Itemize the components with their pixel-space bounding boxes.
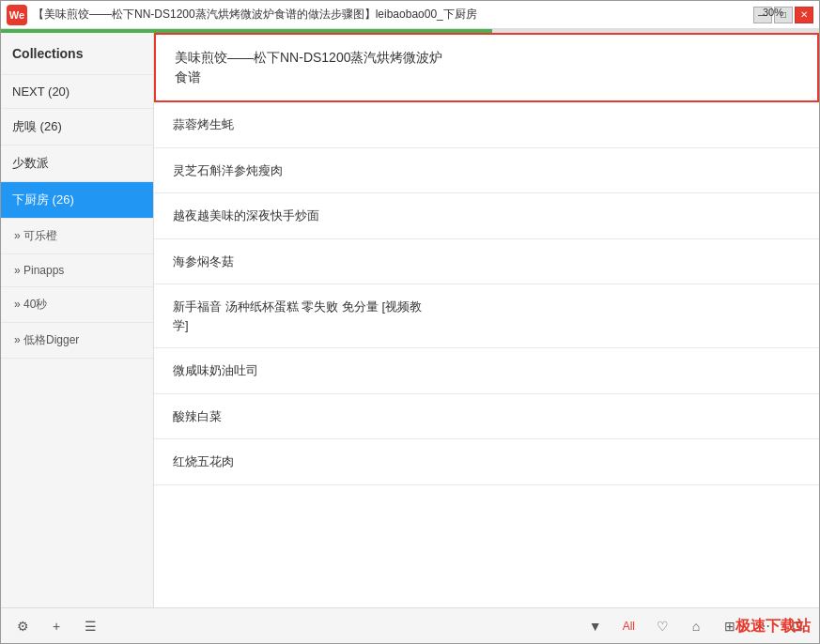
title-bar: We 【美味煎饺——松下NN-DS1200蒸汽烘烤微波炉食谱的做法步骤图】lei… xyxy=(1,1,819,29)
sidebar-item-kelejuice[interactable]: » 可乐橙 xyxy=(1,219,153,254)
article-item[interactable]: 酸辣白菜 xyxy=(154,394,819,440)
heart-icon[interactable]: ♡ xyxy=(650,614,674,638)
close-button[interactable]: ✕ xyxy=(795,7,813,23)
home-icon[interactable]: ⌂ xyxy=(684,614,708,638)
content-area: 美味煎饺——松下NN-DS1200蒸汽烘烤微波炉食谱 蒜蓉烤生蚝 灵芝石斛洋参炖… xyxy=(154,33,819,607)
article-title: 灵芝石斛洋参炖瘦肉 xyxy=(173,161,800,180)
sidebar-item-shaoshu[interactable]: 少数派 xyxy=(1,146,153,182)
article-item[interactable]: 红烧五花肉 xyxy=(154,439,819,485)
sidebar-item-hukan[interactable]: 虎嗅 (26) xyxy=(1,109,153,146)
sidebar-item-pinapps[interactable]: » Pinapps xyxy=(1,254,153,287)
article-title: 微咸味奶油吐司 xyxy=(173,361,800,380)
main-window: We 【美味煎饺——松下NN-DS1200蒸汽烘烤微波炉食谱的做法步骤图】lei… xyxy=(0,0,820,644)
sidebar-item-40s[interactable]: » 40秒 xyxy=(1,287,153,323)
sidebar-item-lowcost[interactable]: » 低格Digger xyxy=(1,323,153,359)
article-title: 海参焖冬菇 xyxy=(173,253,800,271)
window-controls: 30% — □ ✕ xyxy=(753,7,813,23)
add-icon[interactable]: + xyxy=(44,614,69,638)
settings-icon[interactable]: ⚙ xyxy=(10,614,35,638)
article-title: 蒜蓉烤生蚝 xyxy=(173,115,800,134)
more-icon[interactable]: ⋯ xyxy=(751,614,776,638)
filter-icon[interactable]: ▼ xyxy=(583,614,608,638)
app-logo: We xyxy=(7,5,27,25)
article-title: 新手福音 汤种纸杯蛋糕 零失败 免分量 [视频教学] xyxy=(173,298,800,334)
article-title: 酸辣白菜 xyxy=(173,407,800,426)
article-item[interactable]: 蒜蓉烤生蚝 xyxy=(154,102,819,148)
sidebar-item-collections[interactable]: Collections xyxy=(1,33,153,75)
article-item[interactable]: 海参焖冬菇 xyxy=(154,239,819,285)
share-icon[interactable]: ⊡ xyxy=(785,614,810,638)
grid-icon[interactable]: ⊞ xyxy=(718,614,742,638)
title-bar-left: We 【美味煎饺——松下NN-DS1200蒸汽烘烤微波炉食谱的做法步骤图】lei… xyxy=(7,5,477,25)
article-title: 红烧五花肉 xyxy=(173,452,800,471)
sidebar: Collections NEXT (20) 虎嗅 (26) 少数派 下厨房 (2… xyxy=(1,33,154,607)
article-title: 越夜越美味的深夜快手炒面 xyxy=(173,207,800,225)
article-item[interactable]: 新手福音 汤种纸杯蛋糕 零失败 免分量 [视频教学] xyxy=(154,284,819,348)
progress-percent: 30% xyxy=(763,7,783,18)
article-item[interactable]: 越夜越美味的深夜快手炒面 xyxy=(154,193,819,239)
sidebar-item-next[interactable]: NEXT (20) xyxy=(1,75,153,109)
all-filter-label[interactable]: All xyxy=(617,618,641,635)
sidebar-item-xiachufang[interactable]: 下厨房 (26) xyxy=(1,182,153,219)
article-item[interactable]: 美味煎饺——松下NN-DS1200蒸汽烘烤微波炉食谱 xyxy=(154,33,819,102)
window-title: 【美味煎饺——松下NN-DS1200蒸汽烘烤微波炉食谱的做法步骤图】leibao… xyxy=(33,7,477,23)
main-area: Collections NEXT (20) 虎嗅 (26) 少数派 下厨房 (2… xyxy=(1,33,819,607)
bottom-bar: ⚙ + ☰ ▼ All ♡ ⌂ ⊞ ⋯ ⊡ xyxy=(1,607,819,643)
article-item[interactable]: 微咸味奶油吐司 xyxy=(154,348,819,394)
article-title: 美味煎饺——松下NN-DS1200蒸汽烘烤微波炉食谱 xyxy=(175,48,798,87)
list-icon[interactable]: ☰ xyxy=(78,614,102,638)
article-item[interactable]: 灵芝石斛洋参炖瘦肉 xyxy=(154,148,819,194)
